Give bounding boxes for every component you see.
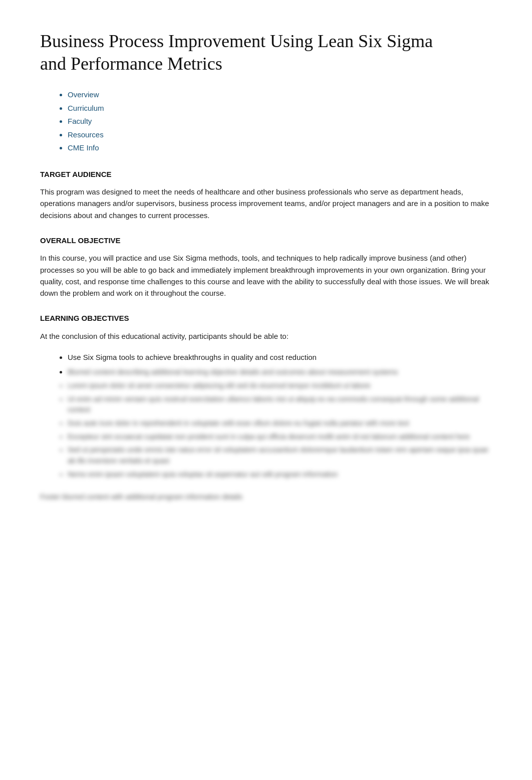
learning-objective-item-1: Use Six Sigma tools to achieve breakthro… [68, 352, 492, 363]
nav-item-overview[interactable]: Overview [68, 89, 492, 101]
learning-objectives-heading: LEARNING OBJECTIVES [40, 313, 492, 324]
blurred-sub-item-4: Excepteur sint occaecat cupidatat non pr… [68, 432, 492, 443]
learning-objectives-list: Use Six Sigma tools to achieve breakthro… [40, 352, 492, 377]
page-title: Business Process Improvement Using Lean … [40, 30, 492, 75]
blurred-sub-item-6: Nemo enim ipsam voluptatem quia voluptas… [68, 469, 492, 480]
blurred-sub-item-3: Duis aute irure dolor in reprehenderit i… [68, 418, 492, 429]
learning-objective-item-2: Blurred content describing additional le… [68, 366, 492, 378]
target-audience-body: This program was designed to meet the ne… [40, 186, 492, 221]
blurred-footer-text: Footer blurred content with additional p… [40, 492, 242, 502]
nav-item-faculty[interactable]: Faculty [68, 116, 492, 127]
nav-item-cme-info[interactable]: CME Info [68, 142, 492, 154]
nav-item-curriculum[interactable]: Curriculum [68, 103, 492, 114]
nav-item-resources[interactable]: Resources [68, 129, 492, 141]
blurred-sub-item-1: Lorem ipsum dolor sit amet consectetur a… [68, 380, 492, 392]
overall-objective-body: In this course, you will practice and us… [40, 252, 492, 299]
overall-objective-section: OVERALL OBJECTIVE In this course, you wi… [40, 235, 492, 299]
learning-objectives-intro: At the conclusion of this educational ac… [40, 330, 492, 342]
target-audience-heading: TARGET AUDIENCE [40, 169, 492, 180]
overall-objective-heading: OVERALL OBJECTIVE [40, 235, 492, 247]
nav-list: Overview Curriculum Faculty Resources CM… [40, 89, 492, 154]
blurred-sub-item-5: Sed ut perspiciatis unde omnis iste natu… [68, 445, 492, 466]
blurred-objective-line: Blurred content describing additional le… [68, 368, 398, 376]
learning-objectives-section: LEARNING OBJECTIVES At the conclusion of… [40, 313, 492, 502]
blurred-sub-list: Lorem ipsum dolor sit amet consectetur a… [40, 380, 492, 480]
blurred-sub-item-2: Ut enim ad minim veniam quis nostrud exe… [68, 394, 492, 416]
target-audience-section: TARGET AUDIENCE This program was designe… [40, 169, 492, 221]
